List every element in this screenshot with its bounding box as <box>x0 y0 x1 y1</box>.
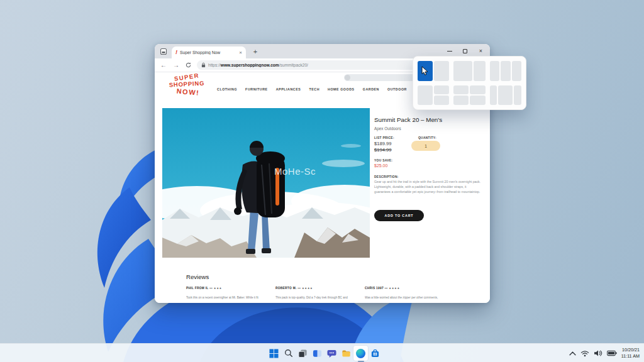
add-to-cart-button[interactable]: ADD TO CART <box>374 210 424 221</box>
product-brand: Apex Outdoors <box>374 126 401 131</box>
url-domain: www.supershoppingnow.com <box>221 63 279 67</box>
snap-layout-half-left-stacked-right <box>418 85 449 106</box>
store-button[interactable] <box>368 346 382 361</box>
start-button[interactable] <box>267 346 281 361</box>
search-button[interactable] <box>281 346 296 361</box>
tab-close-icon[interactable]: × <box>237 50 242 55</box>
snap-zone-left-half-selected[interactable] <box>418 61 433 81</box>
task-view-button[interactable] <box>296 346 310 361</box>
reviewer-name: PHIL FROM IL <box>186 287 208 290</box>
reviews-heading: Reviews <box>186 273 209 280</box>
snap-zone-top-right[interactable] <box>470 85 485 95</box>
snap-zone-right-top[interactable] <box>434 85 449 95</box>
taskbar: 10/20/21 11:11 AM <box>0 343 644 362</box>
refresh-icon <box>186 62 191 68</box>
taskbar-clock[interactable]: 10/20/21 11:11 AM <box>621 347 640 359</box>
tab-actions-icon <box>160 48 167 55</box>
review-item: ROBERTO M. — ★★★★ This pack is top-quali… <box>275 287 362 299</box>
widgets-icon <box>313 349 322 358</box>
snap-zone-bottom-left[interactable] <box>453 96 469 105</box>
snap-zone-right-bottom[interactable] <box>434 96 449 105</box>
maximize-icon <box>463 49 467 53</box>
snap-zone-col-1[interactable] <box>490 61 499 81</box>
forward-button[interactable]: → <box>173 62 179 69</box>
snap-layout-wide-left <box>453 61 485 81</box>
watermark: MoHe-Sc <box>274 166 316 177</box>
save-amount: $25.00 <box>374 163 387 168</box>
snap-layouts-flyout <box>413 56 526 110</box>
widgets-button[interactable] <box>310 346 325 361</box>
reviewer-name: ROBERTO M. <box>275 287 297 290</box>
nav-item-garden[interactable]: GARDEN <box>363 87 379 91</box>
site-logo[interactable]: SUPER SHOPPING NOW! <box>161 74 213 96</box>
tray-date: 10/20/21 <box>621 347 640 353</box>
save-label: YOU SAVE: <box>374 159 392 162</box>
edge-button[interactable] <box>353 346 368 361</box>
tab-actions-button[interactable] <box>159 47 167 55</box>
list-price-label: LIST PRICE: <box>374 136 394 140</box>
nav-item-outdoor[interactable]: OUTDOOR <box>387 87 407 91</box>
file-explorer-icon <box>341 349 351 358</box>
chat-button[interactable] <box>325 346 339 361</box>
site-nav: CLOTHING FURNITURE APPLIANCES TECH HOME … <box>217 87 407 91</box>
snap-layout-narrow-wide-narrow <box>490 85 521 106</box>
snap-zone-narrow-left[interactable] <box>490 85 497 106</box>
tab-title: Super Shopping Now <box>180 50 237 55</box>
task-view-icon <box>298 349 308 358</box>
back-button[interactable]: ← <box>160 62 167 69</box>
snap-layout-three-columns <box>490 61 521 81</box>
edge-icon <box>356 349 365 358</box>
url-prefix: https:// <box>208 63 221 67</box>
nav-item-clothing[interactable]: CLOTHING <box>217 87 237 91</box>
review-separator: — <box>297 287 301 290</box>
snap-zone-narrow-right[interactable] <box>474 61 485 81</box>
snap-zone-left-half[interactable] <box>418 85 433 106</box>
lock-icon <box>201 62 206 68</box>
review-text: This pack is top-quality. Did a 7-day tr… <box>275 296 362 299</box>
hiker-photo <box>162 108 370 258</box>
new-tab-button[interactable]: + <box>250 46 260 57</box>
snap-zone-wide-middle[interactable] <box>498 85 513 106</box>
refresh-button[interactable] <box>186 62 191 68</box>
quantity-label: QUANTITY: <box>418 136 436 140</box>
minimize-icon <box>447 51 452 52</box>
review-separator: — <box>209 287 213 290</box>
search-icon <box>284 349 293 358</box>
snap-zone-top-left[interactable] <box>453 85 469 95</box>
tray-time: 11:11 AM <box>621 353 640 359</box>
snap-zone-narrow-right[interactable] <box>514 85 521 106</box>
site-favicon-icon: ! <box>175 50 177 55</box>
product-image: MoHe-Sc <box>162 108 370 258</box>
snap-zone-col-3[interactable] <box>512 61 521 81</box>
snap-zone-wide-left[interactable] <box>453 61 472 81</box>
url-text: https://www.supershoppingnow.com/summitp… <box>208 63 308 67</box>
volume-icon[interactable] <box>594 349 602 357</box>
close-icon: × <box>479 48 482 54</box>
battery-icon[interactable] <box>607 350 617 356</box>
logo-line: NOW! <box>162 85 214 98</box>
url-path: /summitpack20/ <box>279 63 308 67</box>
nav-item-tech[interactable]: TECH <box>309 87 319 91</box>
snap-layout-two-columns <box>418 61 449 81</box>
reviewer-name: CHRIS 1997 <box>365 287 384 290</box>
wifi-icon[interactable] <box>580 349 589 357</box>
browser-tab[interactable]: ! Super Shopping Now × <box>172 47 246 58</box>
quantity-stepper[interactable]: 1 <box>411 141 440 151</box>
windows-start-icon <box>269 349 279 358</box>
chat-icon <box>327 349 336 358</box>
old-price: $194.99 <box>374 147 391 153</box>
current-price: $189.99 <box>374 141 391 146</box>
nav-item-furniture[interactable]: FURNITURE <box>245 87 268 91</box>
tray-chevron-icon[interactable] <box>569 351 576 356</box>
snap-zone-col-2[interactable] <box>501 61 510 81</box>
snap-zone-right-half[interactable] <box>434 61 449 81</box>
star-rating: ★★★★ <box>302 287 313 290</box>
star-rating: ★★★★ <box>389 287 399 290</box>
desktop: ! Super Shopping Now × + × ← → <box>0 0 644 362</box>
description-label: DESCRIPTION: <box>374 175 399 178</box>
file-explorer-button[interactable] <box>339 346 353 361</box>
taskbar-icons <box>267 344 382 362</box>
nav-item-home-goods[interactable]: HOME GOODS <box>328 87 355 91</box>
snap-zone-bottom-right[interactable] <box>470 96 485 105</box>
nav-item-appliances[interactable]: APPLIANCES <box>276 87 301 91</box>
